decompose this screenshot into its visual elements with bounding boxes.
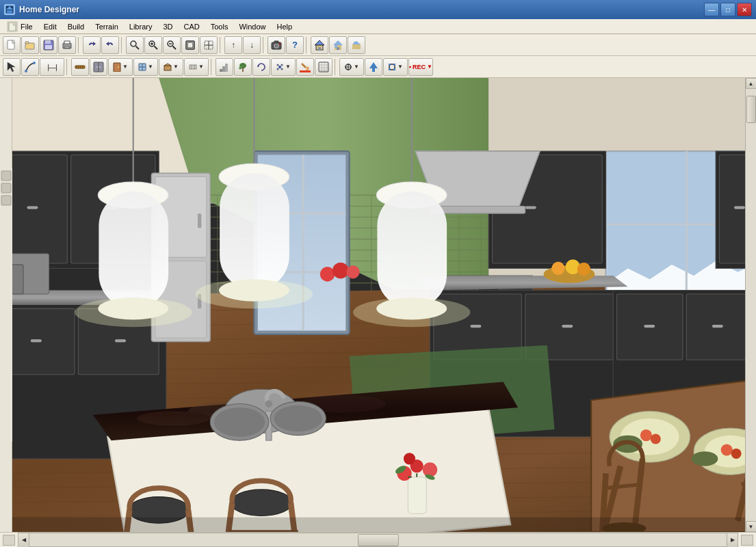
- camera-button[interactable]: [268, 36, 285, 54]
- svg-rect-23: [187, 42, 193, 48]
- svg-rect-66: [225, 64, 228, 72]
- svg-rect-237: [99, 191, 168, 308]
- minimize-button[interactable]: —: [704, 3, 719, 16]
- color-fill-button[interactable]: [296, 58, 314, 76]
- undo-button[interactable]: [83, 36, 101, 54]
- plant-tool-button[interactable]: [234, 58, 252, 76]
- zoom-in-button[interactable]: [144, 36, 162, 54]
- svg-point-13: [131, 41, 136, 46]
- menu-item-file[interactable]: File: [1, 19, 38, 34]
- svg-marker-32: [315, 40, 324, 45]
- print-button[interactable]: [58, 36, 76, 54]
- close-button[interactable]: ✕: [737, 3, 752, 16]
- svg-rect-245: [377, 191, 447, 308]
- 3d-scene: [12, 78, 745, 532]
- open-button[interactable]: [21, 36, 39, 54]
- menu-item-library[interactable]: Library: [124, 19, 158, 34]
- svg-rect-197: [562, 325, 573, 328]
- pan-up-button[interactable]: ↑: [224, 36, 242, 54]
- rotate-tool-button[interactable]: [252, 58, 270, 76]
- svg-rect-201: [644, 325, 655, 328]
- floor-tool-button[interactable]: ▼: [159, 58, 183, 76]
- menu-bar: File Edit Build Terrain Library 3D CAD T…: [0, 19, 756, 34]
- maximize-button[interactable]: □: [720, 3, 735, 16]
- zoom-selection-button[interactable]: [200, 36, 218, 54]
- svg-rect-34: [318, 47, 321, 50]
- texture-button[interactable]: [315, 58, 333, 76]
- svg-rect-241: [220, 173, 289, 290]
- scroll-thumb-vertical[interactable]: [746, 96, 756, 123]
- app-icon: [4, 4, 15, 15]
- svg-point-94: [409, 66, 411, 68]
- measure-button[interactable]: [71, 58, 89, 76]
- file-menu-icon: [7, 21, 18, 32]
- new-button[interactable]: [3, 36, 21, 54]
- menu-item-tools[interactable]: Tools: [205, 19, 234, 34]
- svg-point-216: [214, 408, 265, 437]
- svg-point-75: [278, 66, 281, 68]
- svg-rect-30: [274, 41, 278, 43]
- canvas-area[interactable]: [12, 78, 745, 532]
- svg-rect-155: [31, 339, 42, 342]
- svg-point-218: [274, 405, 322, 432]
- window-tool-button[interactable]: ▼: [133, 58, 158, 76]
- house2-button[interactable]: [329, 36, 347, 54]
- menu-item-build[interactable]: Build: [62, 19, 90, 34]
- svg-point-219: [265, 400, 273, 408]
- svg-point-44: [33, 62, 36, 64]
- pan-down-button[interactable]: ↓: [243, 36, 261, 54]
- zoom-fit-button[interactable]: [181, 36, 199, 54]
- redo-button[interactable]: [101, 36, 119, 54]
- house1-button[interactable]: [311, 36, 328, 54]
- svg-point-264: [320, 267, 335, 281]
- svg-rect-61: [190, 65, 196, 69]
- house3-button[interactable]: [348, 36, 365, 54]
- arrow-up-button[interactable]: [365, 58, 382, 76]
- svg-point-73: [277, 68, 279, 70]
- menu-item-3d[interactable]: 3D: [157, 19, 178, 34]
- scroll-right-arrow[interactable]: ▶: [727, 533, 738, 547]
- svg-point-266: [346, 265, 359, 278]
- scroll-down-arrow[interactable]: ▼: [746, 521, 757, 532]
- zoom-out-button[interactable]: [163, 36, 181, 54]
- scroll-up-arrow[interactable]: ▲: [746, 78, 757, 89]
- snap-tool-button[interactable]: ▼: [271, 58, 296, 76]
- scroll-thumb-horizontal[interactable]: [358, 534, 399, 546]
- help-button[interactable]: ?: [286, 36, 304, 54]
- pointer-tool-button[interactable]: ▼: [339, 58, 364, 76]
- menu-item-help[interactable]: Help: [272, 19, 298, 34]
- draw-tool-button[interactable]: [21, 58, 39, 76]
- zoom-magnify-button[interactable]: [126, 36, 144, 54]
- line-tool-button[interactable]: |—|: [40, 58, 64, 76]
- horizontal-scrollbar[interactable]: ◀ ▶: [18, 533, 738, 547]
- stair-tool-button[interactable]: [216, 58, 233, 76]
- svg-rect-59: [164, 66, 171, 70]
- wall-tool-button[interactable]: ▼: [184, 58, 209, 76]
- select-tool-button[interactable]: [3, 58, 21, 76]
- menu-item-cad[interactable]: CAD: [178, 19, 205, 34]
- svg-rect-64: [220, 69, 222, 72]
- menu-item-edit[interactable]: Edit: [38, 19, 62, 34]
- svg-rect-153: [12, 308, 75, 374]
- toolbar-separator-1: [78, 37, 81, 53]
- toolbar-separator-4: [263, 37, 265, 53]
- cabinet-tool-button[interactable]: [90, 58, 107, 76]
- svg-point-258: [651, 433, 661, 444]
- svg-rect-158: [12, 265, 23, 294]
- svg-rect-202: [712, 325, 723, 328]
- scroll-left-arrow[interactable]: ◀: [18, 533, 29, 547]
- toolbar2-sep1: [66, 59, 69, 75]
- scroll-track-vertical[interactable]: [746, 89, 756, 521]
- svg-marker-60: [164, 64, 171, 66]
- svg-rect-41: [354, 42, 356, 44]
- record-button[interactable]: REC ▼: [408, 58, 433, 76]
- svg-line-14: [136, 46, 140, 49]
- menu-item-window[interactable]: Window: [233, 19, 271, 34]
- save-button[interactable]: [40, 36, 57, 54]
- menu-item-terrain[interactable]: Terrain: [90, 19, 124, 34]
- door-tool-button[interactable]: ▼: [108, 58, 133, 76]
- svg-point-247: [75, 297, 192, 327]
- vertical-scrollbar[interactable]: ▲ ▼: [745, 78, 756, 532]
- scroll-track-horizontal[interactable]: [29, 533, 727, 546]
- transform-button[interactable]: ▼: [383, 58, 408, 76]
